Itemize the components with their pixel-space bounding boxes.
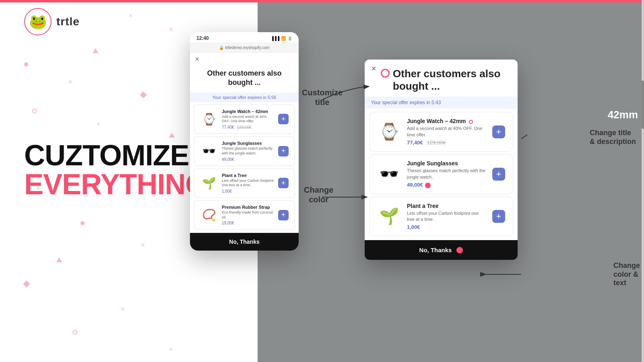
- battery-icon: 🔋: [287, 36, 292, 41]
- product-name-mobile-1: Jungle Watch – 42mm: [222, 109, 274, 114]
- add-btn-mobile-3[interactable]: +: [278, 178, 289, 188]
- product-info-watch-desktop: Jungle Watch – 42mm Add a second watch a…: [407, 118, 487, 146]
- popup-title-desktop: Other customers also bought ...: [393, 68, 508, 93]
- deco-diamond: [23, 281, 30, 288]
- mobile-product-item-3: 🌱 Plant a Tree Lets offset your Carbon f…: [194, 169, 295, 198]
- mobile-product-item-2: 🕶️ Jungle Sunglasses Theses glasses matc…: [194, 136, 295, 166]
- phone-status-bar: 12:40 ▐▐▐ 📶 🔋: [190, 32, 299, 43]
- annotation-change-title-desc: Change title& description: [590, 129, 636, 146]
- product-img-sunglasses-desktop: 🕶️: [377, 162, 401, 186]
- add-btn-desktop-2[interactable]: +: [492, 168, 505, 181]
- product-name-mobile-3: Plant a Tree: [222, 173, 274, 178]
- product-img-strap-mobile: 📿: [200, 206, 218, 224]
- popup-title-mobile: Other customers also bought ...: [198, 69, 291, 88]
- add-btn-mobile-1[interactable]: +: [278, 114, 289, 124]
- product-info-sunglasses-mobile: Jungle Sunglasses Theses glasses match p…: [222, 141, 274, 161]
- product-price-mobile-4: 19,00€: [222, 221, 274, 225]
- product-price-desktop-1: 77,40€ 129,00€: [407, 140, 487, 146]
- annotation-42mm: 42mm: [608, 109, 638, 121]
- deco-cross: ×: [129, 12, 132, 19]
- product-img-watch-desktop: ⌚: [377, 120, 401, 144]
- mobile-product-list: ⌚ Jungle Watch – 42mm Add a second watch…: [190, 105, 299, 230]
- product-price-mobile-3: 1,00€: [222, 189, 274, 193]
- product-desc-mobile-2: Theses glasses match perfectly with the …: [222, 146, 274, 156]
- product-info-watch-mobile: Jungle Watch – 42mm Add a second watch a…: [222, 109, 274, 130]
- desktop-popup-close[interactable]: ✕: [369, 64, 378, 73]
- popup-timer-mobile: Your special offer expires in 5:56: [190, 93, 299, 102]
- product-info-tree-mobile: Plant a Tree Lets offset your Carbon foo…: [222, 173, 274, 193]
- browser-url: trtledemo.myshopify.com: [225, 45, 269, 50]
- deco-cross: ×: [169, 346, 173, 353]
- product-img-sunglasses-mobile: 🕶️: [200, 142, 218, 160]
- change-color-dot: [425, 183, 431, 188]
- product-desc-mobile-3: Lets offset your Carbon footprint one tr…: [222, 179, 274, 188]
- deco-triangle: [93, 48, 98, 53]
- product-desc-desktop-1: Add a second watch at 40% OFF. One time …: [407, 125, 487, 138]
- deco-cross: ×: [68, 78, 72, 86]
- deco-circle: [24, 62, 28, 66]
- product-desc-mobile-1: Add a second watch at 40% OFF. One time …: [222, 115, 274, 124]
- product-desc-desktop-3: Lets offset your Carbon footprint one tr…: [407, 210, 487, 223]
- no-thanks-button-desktop[interactable]: No, Thanks: [365, 240, 518, 260]
- hero-line1: CUZTOMIZE: [24, 141, 207, 170]
- mobile-phone-mockup: 12:40 ▐▐▐ 📶 🔋 🔒 trtledemo.myshopify.com …: [190, 32, 299, 251]
- deco-cross: ×: [169, 26, 173, 33]
- product-desc-desktop-2: Theses glasses match perfectly with the …: [407, 168, 487, 180]
- product-price-mobile-2: 49,00€: [222, 157, 274, 162]
- add-btn-desktop-1[interactable]: +: [492, 125, 505, 138]
- product-color-dot-1: [469, 120, 473, 124]
- annotation-change-color: Changecolor: [304, 185, 333, 204]
- logo-circle: 🐸: [24, 8, 52, 35]
- desktop-product-item-1: ⌚ Jungle Watch – 42mm Add a second watch…: [369, 112, 513, 152]
- deco-circle: [80, 221, 85, 225]
- hero-content: CUZTOMIZE EVERYTHING: [24, 141, 207, 199]
- deco-circle-outline: [72, 330, 77, 335]
- deco-diamond: [140, 92, 147, 99]
- popup-header-desktop: Other customers also bought ...: [365, 60, 518, 97]
- deco-cross: ×: [97, 121, 100, 128]
- product-desc-mobile-4: Eco-friendly made from coconut oil.: [222, 210, 274, 220]
- product-price-mobile-1: 77,40€ 129,00€: [222, 125, 274, 130]
- deco-triangle: [56, 257, 62, 262]
- deco-triangle: [169, 133, 175, 138]
- product-img-tree-mobile: 🌱: [200, 174, 218, 192]
- product-info-sunglasses-desktop: Jungle Sunglasses Theses glasses match p…: [407, 160, 487, 188]
- popup-header-mobile: Other customers also bought ...: [190, 62, 299, 91]
- deco-circle-outline: [32, 109, 37, 113]
- popup-close-mobile[interactable]: ✕: [190, 53, 299, 62]
- annotation-customize-title: Customizetitle: [302, 88, 343, 107]
- product-name-mobile-2: Jungle Sunglasses: [222, 141, 274, 146]
- brand-name: trtle: [56, 15, 80, 28]
- hero-line2: EVERYTHING: [24, 170, 207, 199]
- desktop-product-item-3: 🌱 Plant a Tree Lets offset your Carbon f…: [369, 197, 513, 237]
- mobile-product-item-4: 📿 Premium Rubber Strap Eco-friendly made…: [194, 200, 295, 230]
- scroll-thumb: [642, 80, 644, 129]
- desktop-product-item-2: 🕶️ Jungle Sunglasses Theses glasses matc…: [369, 154, 513, 194]
- product-name-desktop-1: Jungle Watch – 42mm: [407, 118, 487, 124]
- phone-browser-bar: 🔒 trtledemo.myshopify.com: [190, 43, 299, 53]
- logo-emoji: 🐸: [29, 13, 47, 30]
- add-btn-mobile-2[interactable]: +: [278, 146, 289, 156]
- desktop-product-list: ⌚ Jungle Watch – 42mm Add a second watch…: [365, 112, 518, 236]
- product-info-strap-mobile: Premium Rubber Strap Eco-friendly made f…: [222, 205, 274, 225]
- desktop-popup: ✕ Other customers also bought ... Your s…: [365, 60, 518, 260]
- deco-cross: ×: [141, 241, 144, 249]
- no-thanks-button-mobile[interactable]: No, Thanks: [190, 233, 299, 251]
- product-info-tree-desktop: Plant a Tree Lets offset your Carbon foo…: [407, 203, 487, 230]
- annotation-change-color-text: Changecolor &text: [613, 261, 640, 288]
- popup-icon-circle: [381, 69, 390, 78]
- product-img-watch-mobile: ⌚: [200, 110, 218, 128]
- deco-cross: ×: [121, 306, 124, 313]
- wifi-icon: 📶: [281, 36, 286, 41]
- product-price-desktop-3: 1,00€: [407, 224, 487, 230]
- product-name-mobile-4: Premium Rubber Strap: [222, 205, 274, 210]
- add-btn-mobile-4[interactable]: +: [278, 210, 289, 220]
- right-scrollbar[interactable]: [642, 0, 644, 362]
- popup-timer-desktop: Your special offer expires in 5:43: [365, 97, 518, 109]
- no-thanks-color-dot: [456, 247, 463, 253]
- top-bar: [0, 0, 644, 2]
- product-img-tree-desktop: 🌱: [377, 204, 401, 228]
- phone-time: 12:40: [196, 35, 209, 41]
- add-btn-desktop-3[interactable]: +: [492, 210, 505, 223]
- browser-lock-icon: 🔒: [219, 45, 225, 50]
